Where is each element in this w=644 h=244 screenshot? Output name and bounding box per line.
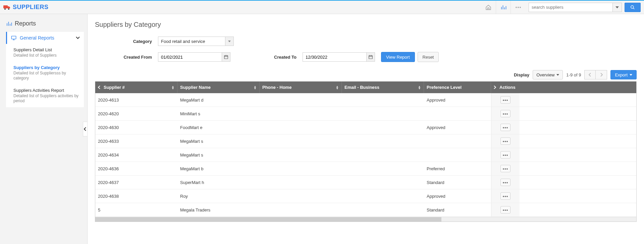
filter-panel: Category Food retail and service Created… [95,37,637,62]
sidebar: Reports General Reports Suppliers Detail… [0,14,88,244]
row-actions-button[interactable]: ••• [500,110,511,117]
cell-actions: ••• [491,203,520,217]
svg-rect-8 [11,36,16,39]
grid-header: Supplier # ▲▼ Supplier Name ▲▼ Phone - H… [95,81,636,93]
pager-next[interactable] [596,70,607,79]
cell-actions: ••• [491,176,520,189]
cell-preference-level [424,134,491,148]
display-select-value: Overview [536,72,554,77]
reset-button[interactable]: Reset [418,52,439,62]
col-supplier-no[interactable]: Supplier # ▲▼ [95,81,177,93]
search-button[interactable] [625,3,641,12]
calendar-icon[interactable] [222,52,230,62]
ellipsis-icon: ••• [503,207,508,212]
cell-actions: ••• [491,121,520,134]
cell-preference-level [424,148,491,162]
cell-phone-home [260,189,342,203]
cell-email-business [342,107,424,120]
more-icon[interactable] [511,1,525,14]
cell-supplier-no: 2020-4636 [95,162,177,175]
sidebar-item[interactable]: Suppliers Detail ListDetailed list of Su… [6,44,84,62]
pager-prev[interactable] [584,70,596,79]
horizontal-scrollbar[interactable] [95,217,636,222]
cell-supplier-name: MegaMart s [177,134,260,148]
sidebar-item[interactable]: Suppliers Activities ReportDetailed list… [6,84,84,107]
search-wrap [529,3,641,12]
svg-point-3 [516,7,517,8]
table-row: 2020-4630FoodMart eApproved••• [95,121,636,134]
export-button[interactable]: Export [610,70,637,79]
truck-icon [3,5,11,10]
row-actions-button[interactable]: ••• [500,165,511,172]
category-select[interactable]: Food retail and service [158,37,225,46]
created-from-label: Created From [95,55,152,60]
cell-supplier-name: MiniMart s [177,107,260,120]
bars-icon [6,21,12,27]
col-actions: Actions [491,81,520,93]
nav-group-general-reports[interactable]: General Reports [6,32,84,44]
created-from-input[interactable] [158,52,222,62]
col-supplier-name-label: Supplier Name [180,85,211,90]
cell-supplier-name: SuperMart h [177,176,260,189]
col-email-business[interactable]: Email - Business ▲▼ [342,81,424,93]
search-dropdown[interactable] [612,3,622,12]
sidebar-item-desc: Detailed list of Suppliersss by category [13,71,79,81]
svg-point-6 [631,5,634,8]
display-select[interactable]: Overview [533,70,563,79]
chart-icon[interactable] [496,1,511,14]
ellipsis-icon: ••• [503,166,508,171]
cell-supplier-no: 5 [95,203,177,217]
monitor-icon [11,36,16,40]
row-actions-button[interactable]: ••• [500,151,511,159]
cell-email-business [342,189,424,203]
row-actions-button[interactable]: ••• [500,137,511,145]
cell-email-business [342,93,424,107]
cell-email-business [342,162,424,175]
cell-supplier-no: 2020-4630 [95,121,177,134]
sidebar-item[interactable]: Suppliers by CategoryDetailed list of Su… [6,62,84,84]
cell-preference-level [424,107,491,120]
caret-down-icon [630,74,632,76]
svg-rect-15 [369,56,373,59]
sort-icon: ▲▼ [336,85,339,89]
row-actions-button[interactable]: ••• [500,206,511,213]
topbar-right [481,1,641,14]
view-report-button[interactable]: View Report [381,52,415,62]
row-actions-button[interactable]: ••• [500,96,511,104]
ellipsis-icon: ••• [503,194,508,199]
cell-supplier-name: MegaMart s [177,148,260,162]
scrollbar-thumb[interactable] [95,217,441,222]
col-phone-home[interactable]: Phone - Home ▲▼ [260,81,342,93]
topbar: SUPPLIERS [0,0,644,14]
cell-phone-home [260,107,342,120]
cell-actions: ••• [491,189,520,203]
col-actions-label: Actions [499,85,516,90]
search-input[interactable] [529,3,612,12]
sidebar-item-title: Suppliers by Category [13,65,79,70]
cell-email-business [342,176,424,189]
cell-supplier-name: Roy [177,189,260,203]
cell-supplier-no: 2020-4633 [95,134,177,148]
row-actions-button[interactable]: ••• [500,192,511,200]
col-preference-level[interactable]: Preference Level [424,81,491,93]
chevron-left-icon [98,85,100,89]
category-caret[interactable] [225,37,234,46]
sidebar-collapse-handle[interactable] [83,122,88,136]
row-actions-button[interactable]: ••• [500,179,511,186]
created-to-input[interactable] [303,52,366,62]
page-title: Suppliers by Category [95,21,637,28]
cell-phone-home [260,203,342,217]
cell-phone-home [260,162,342,175]
sort-icon: ▲▼ [254,85,257,89]
brand: SUPPLIERS [3,4,49,11]
row-actions-button[interactable]: ••• [500,124,511,131]
cell-preference-level: Standard [424,203,491,217]
home-icon[interactable] [481,1,496,14]
chevron-down-icon [76,37,80,39]
calendar-icon[interactable] [366,52,375,62]
col-supplier-name[interactable]: Supplier Name ▲▼ [177,81,260,93]
ellipsis-icon: ••• [503,139,508,144]
cell-actions: ••• [491,107,520,120]
table-row: 2020-4637SuperMart hStandard••• [95,176,636,189]
cell-phone-home [260,148,342,162]
